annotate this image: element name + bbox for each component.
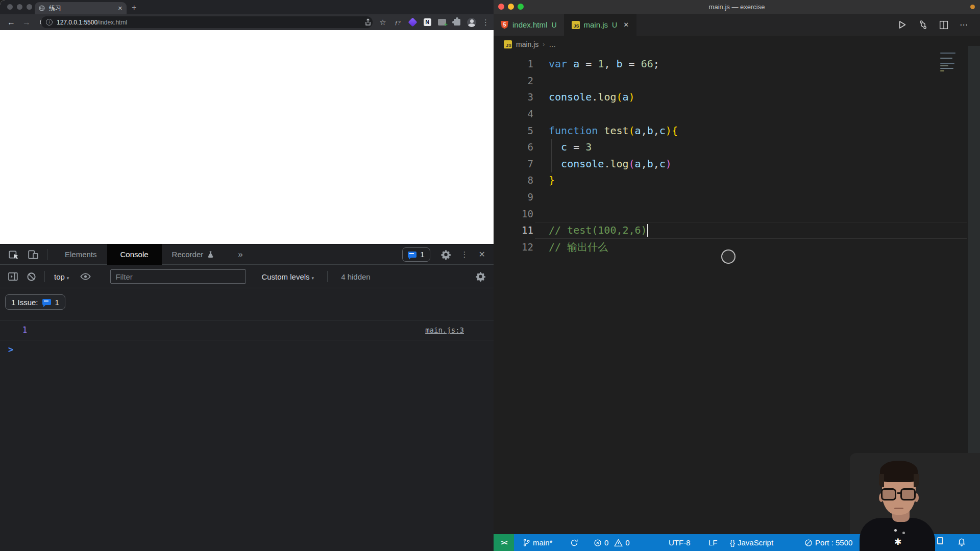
code-line-1[interactable]: 1var a = 1, b = 66;: [494, 56, 980, 72]
code-token: ): [629, 91, 635, 103]
issues-counter-button[interactable]: 1: [402, 247, 430, 262]
code-line-12[interactable]: 12// 输出什么: [494, 239, 980, 256]
console-settings-gear-icon[interactable]: [475, 271, 485, 282]
code-token: console: [549, 91, 592, 103]
bookmark-star-icon[interactable]: ☆: [378, 18, 387, 27]
tab-console[interactable]: Console: [107, 244, 162, 265]
devtools-menu-icon[interactable]: ⋮: [461, 250, 469, 259]
devtools-close-icon[interactable]: ✕: [479, 249, 485, 259]
run-button[interactable]: [897, 20, 907, 30]
more-tabs-icon[interactable]: »: [238, 249, 242, 260]
extension-notion-icon[interactable]: N: [423, 18, 432, 27]
vscode-traffic-lights[interactable]: [498, 4, 524, 10]
code-token: c: [659, 158, 666, 170]
code-token: test: [604, 124, 628, 137]
code-line-3[interactable]: 3console.log(a): [494, 89, 980, 106]
context-selector[interactable]: top▾: [54, 272, 69, 281]
extension-screenshot-icon[interactable]: [437, 18, 447, 27]
remote-indicator[interactable]: ><: [494, 534, 514, 551]
tab-close-icon[interactable]: ✕: [623, 21, 629, 29]
notifications-bell-icon[interactable]: [957, 536, 967, 547]
extensions-puzzle-icon[interactable]: [452, 18, 461, 27]
code-line-8[interactable]: 8}: [494, 172, 980, 189]
code-token: ,: [604, 58, 616, 70]
devtools-tabbar: Elements Console Recorder » 1 ⋮ ✕: [0, 244, 494, 265]
port-item[interactable]: Port : 5500: [804, 534, 852, 551]
more-actions-icon[interactable]: ⋯: [960, 20, 969, 30]
devtools-settings-gear-icon[interactable]: [440, 249, 451, 260]
source-link[interactable]: main.js:3: [425, 326, 464, 334]
flask-icon: [207, 251, 214, 259]
line-number: 6: [494, 139, 533, 156]
share-icon[interactable]: [363, 18, 373, 27]
console-filter-input[interactable]: Filter: [110, 269, 246, 284]
sync-item[interactable]: [570, 534, 578, 551]
hidden-messages-label[interactable]: 4 hidden: [341, 272, 371, 281]
language-item[interactable]: {} JavaScript: [730, 534, 773, 551]
forward-button[interactable]: →: [22, 18, 31, 27]
code-line-4[interactable]: 4: [494, 106, 980, 122]
browser-toolbar: ← → i 127.0.0.1:5500/index.html ☆ ƒ? N: [0, 14, 494, 30]
live-expression-eye-icon[interactable]: [80, 272, 91, 281]
code-line-7[interactable]: 7 console.log(a,b,c): [494, 156, 980, 172]
eol-item[interactable]: LF: [708, 534, 718, 551]
new-tab-button[interactable]: +: [132, 3, 136, 12]
extension-fn-icon[interactable]: ƒ?: [393, 18, 402, 27]
code-line-2[interactable]: 2: [494, 72, 980, 89]
console-sidebar-toggle-icon[interactable]: [8, 272, 18, 281]
site-info-icon[interactable]: i: [46, 19, 53, 26]
git-branch-item[interactable]: main*: [523, 534, 552, 551]
tab-close-icon[interactable]: ✕: [118, 5, 122, 12]
toolbar-icons: ☆ ƒ? N ⋮: [363, 14, 489, 30]
code-line-11[interactable]: 11// test(100,2,6): [494, 222, 980, 239]
browser-tab[interactable]: 练习 ✕: [35, 2, 127, 14]
code-token: ;: [653, 58, 659, 70]
profile-avatar[interactable]: [467, 18, 476, 27]
code-line-10[interactable]: 10: [494, 206, 980, 222]
globe-favicon-icon: [39, 5, 45, 11]
open-changes-icon[interactable]: [918, 20, 928, 30]
log-levels-dropdown[interactable]: Custom levels▾: [261, 272, 314, 281]
code-token: log: [610, 158, 628, 170]
split-editor-icon[interactable]: [939, 20, 948, 30]
extension-gem-icon[interactable]: [408, 18, 417, 27]
window-title: main.js — exercise: [709, 3, 765, 11]
code-token: // test(100,2,6): [549, 224, 647, 236]
address-bar[interactable]: i 127.0.0.1:5500/index.html: [41, 16, 373, 28]
indent-guide: [551, 139, 552, 172]
tab-index-html[interactable]: 5 index.html U: [494, 14, 565, 36]
code-token: a: [573, 58, 579, 70]
status-asterisk-icon[interactable]: ✱: [894, 537, 901, 547]
code-line-6[interactable]: 6 c = 3: [494, 139, 980, 156]
code-token: ,: [653, 158, 659, 170]
line-number: 8: [494, 172, 533, 189]
console-log-entry[interactable]: 1 main.js:3: [0, 320, 494, 340]
browser-menu-icon[interactable]: ⋮: [482, 18, 489, 27]
tab-recorder[interactable]: Recorder: [162, 244, 225, 265]
vscode-titlebar[interactable]: main.js — exercise: [494, 0, 980, 14]
code-token: 1: [598, 58, 604, 70]
tab-elements[interactable]: Elements: [55, 244, 107, 265]
device-toolbar-icon[interactable]: [28, 249, 39, 260]
editor-scrollbar[interactable]: [968, 46, 980, 453]
browser-traffic-lights[interactable]: [7, 4, 32, 10]
code-line-5[interactable]: 5function test(a,b,c){: [494, 122, 980, 139]
page-content[interactable]: [0, 30, 494, 244]
back-button[interactable]: ←: [7, 18, 15, 27]
code-token: ): [666, 158, 672, 170]
code-token: =: [623, 58, 641, 70]
inspect-element-icon[interactable]: [8, 249, 19, 260]
browser-tab-title: 练习: [49, 4, 61, 13]
tab-main-js[interactable]: JS main.js U ✕: [565, 14, 637, 36]
code-line-9[interactable]: 9: [494, 189, 980, 206]
breadcrumb[interactable]: JS main.js › …: [494, 36, 980, 53]
issue-chip-button[interactable]: 1 Issue: 1: [5, 294, 65, 310]
problems-item[interactable]: 0 0: [594, 534, 630, 551]
console-prompt-chevron[interactable]: >: [8, 344, 13, 355]
clear-console-icon[interactable]: [27, 272, 36, 282]
encoding-item[interactable]: UTF-8: [669, 534, 691, 551]
minimap[interactable]: [940, 53, 959, 73]
untracked-badge: U: [612, 21, 617, 29]
line-content: function test(a,b,c){: [549, 122, 678, 139]
code-token: [549, 141, 561, 153]
